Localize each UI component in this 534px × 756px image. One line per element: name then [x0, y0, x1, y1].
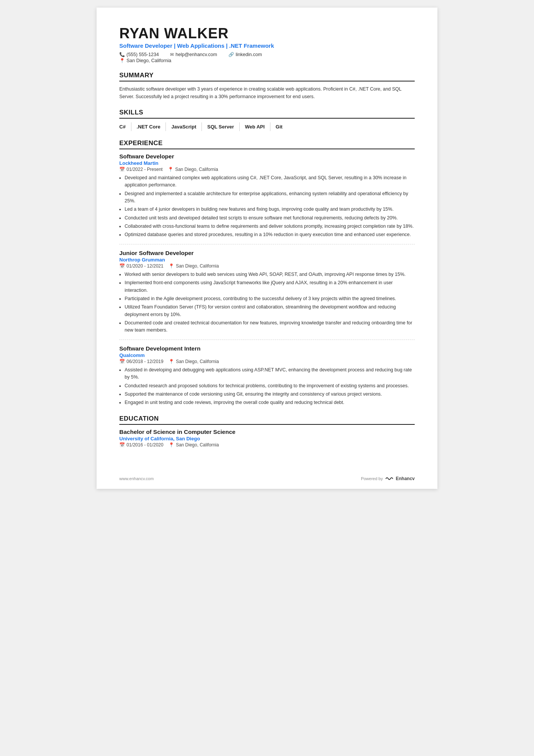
job-meta: 📅 06/2018 - 12/2019 📍 San Diego, Califor… — [119, 359, 415, 364]
company-name: Lockheed Martin — [119, 160, 415, 166]
skill-item: C# — [119, 122, 131, 131]
job-bullets: Developed and maintained complex web app… — [119, 174, 415, 239]
education-title: EDUCATION — [119, 415, 415, 425]
header: RYAN WALKER Software Developer | Web App… — [119, 26, 415, 63]
bullet-item: Participated in the Agile development pr… — [125, 295, 415, 302]
company-name: Northrop Grumman — [119, 257, 415, 263]
phone-contact: 📞 (555) 555-1234 — [119, 52, 159, 57]
skill-item: Web API — [240, 122, 270, 131]
footer-website: www.enhancv.com — [119, 476, 154, 481]
skills-section: SKILLS C#.NET CoreJavaScriptSQL ServerWe… — [119, 109, 415, 131]
bullet-item: Developed and maintained complex web app… — [125, 174, 415, 189]
job-bullets: Worked with senior developers to build w… — [119, 271, 415, 334]
edu-school: University of California, San Diego — [119, 436, 415, 441]
summary-title: SUMMARY — [119, 72, 415, 81]
brand-name: Enhancv — [396, 476, 415, 481]
job-location: 📍 San Diego, California — [168, 167, 218, 172]
summary-section: SUMMARY Enthusiastic software developer … — [119, 72, 415, 100]
location-icon: 📍 — [169, 263, 174, 269]
phone-number: (555) 555-1234 — [126, 52, 159, 57]
edu-date: 📅 01/2016 - 01/2020 — [119, 442, 163, 448]
bullet-item: Designed and implemented a scalable arch… — [125, 190, 415, 205]
bullet-item: Led a team of 4 junior developers in bui… — [125, 206, 415, 213]
experience-section: EXPERIENCE Software Developer Lockheed M… — [119, 139, 415, 407]
email-icon: ✉ — [170, 52, 174, 57]
email-contact: ✉ help@enhancv.com — [170, 52, 217, 57]
company-name: Qualcomm — [119, 352, 415, 358]
bullet-item: Assisted in developing and debugging web… — [125, 366, 415, 381]
skill-item: SQL Server — [202, 122, 240, 131]
job-block: Junior Software Developer Northrop Grumm… — [119, 250, 415, 334]
resume-page: RYAN WALKER Software Developer | Web App… — [97, 8, 437, 489]
footer: www.enhancv.com Powered by Enhancv — [119, 476, 415, 481]
bullet-item: Engaged in unit testing and code reviews… — [125, 399, 415, 406]
bullet-item: Conducted unit tests and developed detai… — [125, 214, 415, 222]
calendar-icon: 📅 — [119, 263, 125, 269]
job-bullets: Assisted in developing and debugging web… — [119, 366, 415, 407]
contact-row: 📞 (555) 555-1234 ✉ help@enhancv.com 🔗 li… — [119, 52, 415, 57]
email-address: help@enhancv.com — [175, 52, 217, 57]
powered-by-label: Powered by — [361, 476, 383, 481]
edu-meta: 📅 01/2016 - 01/2020 📍 San Diego, Califor… — [119, 442, 415, 448]
job-title: Software Development Intern — [119, 345, 415, 352]
candidate-title: Software Developer | Web Applications | … — [119, 42, 415, 49]
link-icon: 🔗 — [228, 52, 234, 57]
edu-container: Bachelor of Science in Computer Science … — [119, 429, 415, 448]
bullet-item: Implemented front-end components using J… — [125, 279, 415, 294]
job-divider — [119, 340, 415, 340]
linkedin-url: linkedin.com — [236, 52, 262, 57]
skills-list: C#.NET CoreJavaScriptSQL ServerWeb APIGi… — [119, 122, 415, 131]
calendar-icon: 📅 — [119, 167, 125, 172]
education-section: EDUCATION Bachelor of Science in Compute… — [119, 415, 415, 448]
job-title: Software Developer — [119, 153, 415, 160]
job-block: Software Developer Lockheed Martin 📅 01/… — [119, 153, 415, 239]
calendar-icon: 📅 — [119, 442, 125, 448]
edu-degree: Bachelor of Science in Computer Science — [119, 429, 415, 435]
phone-icon: 📞 — [119, 52, 125, 57]
edu-block: Bachelor of Science in Computer Science … — [119, 429, 415, 448]
location-row: 📍 San Diego, California — [119, 58, 415, 63]
job-date: 📅 01/2020 - 12/2021 — [119, 263, 163, 269]
bullet-item: Supported the maintenance of code versio… — [125, 391, 415, 398]
edu-location: 📍 San Diego, California — [169, 442, 219, 448]
job-date: 📅 01/2022 - Present — [119, 167, 162, 172]
calendar-icon: 📅 — [119, 359, 125, 364]
skill-item: JavaScript — [166, 122, 202, 131]
summary-text: Enthusiastic software developer with 3 y… — [119, 85, 415, 100]
jobs-container: Software Developer Lockheed Martin 📅 01/… — [119, 153, 415, 407]
location-icon: 📍 — [168, 167, 173, 172]
location-icon: 📍 — [119, 58, 125, 63]
bullet-item: Conducted research and proposed solution… — [125, 382, 415, 390]
footer-brand: Powered by Enhancv — [361, 476, 415, 481]
location-text: San Diego, California — [126, 58, 171, 63]
job-date: 📅 06/2018 - 12/2019 — [119, 359, 163, 364]
experience-title: EXPERIENCE — [119, 139, 415, 149]
skill-item: .NET Core — [131, 122, 166, 131]
job-location: 📍 San Diego, California — [169, 263, 219, 269]
job-meta: 📅 01/2020 - 12/2021 📍 San Diego, Califor… — [119, 263, 415, 269]
skills-title: SKILLS — [119, 109, 415, 119]
bullet-item: Optimized database queries and stored pr… — [125, 231, 415, 238]
location-icon: 📍 — [169, 359, 174, 364]
job-location: 📍 San Diego, California — [169, 359, 219, 364]
bullet-item: Worked with senior developers to build w… — [125, 271, 415, 278]
location-icon: 📍 — [169, 442, 174, 448]
candidate-name: RYAN WALKER — [119, 26, 415, 42]
job-divider — [119, 244, 415, 244]
enhancv-logo-icon — [385, 476, 393, 481]
job-block: Software Development Intern Qualcomm 📅 0… — [119, 345, 415, 407]
skill-item: Git — [270, 122, 288, 131]
bullet-item: Documented code and created technical do… — [125, 319, 415, 334]
bullet-item: Utilized Team Foundation Server (TFS) fo… — [125, 304, 415, 318]
bullet-item: Collaborated with cross-functional teams… — [125, 223, 415, 230]
linkedin-contact[interactable]: 🔗 linkedin.com — [228, 52, 262, 57]
job-meta: 📅 01/2022 - Present 📍 San Diego, Califor… — [119, 167, 415, 172]
job-title: Junior Software Developer — [119, 250, 415, 257]
